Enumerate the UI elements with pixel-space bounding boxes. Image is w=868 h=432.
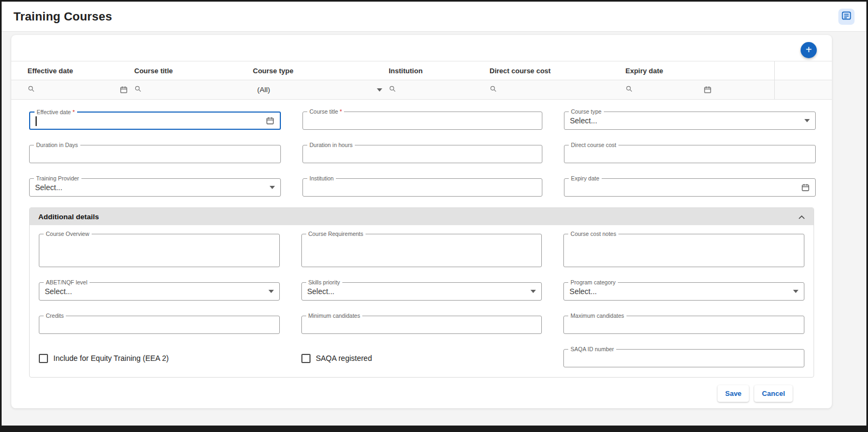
course-overview-field[interactable]: Course Overview <box>39 234 280 267</box>
column-header-effective-date[interactable]: Effective date <box>27 61 134 80</box>
chevron-up-icon[interactable] <box>798 212 805 221</box>
calendar-icon[interactable] <box>796 179 815 196</box>
calendar-icon[interactable] <box>260 113 280 129</box>
filter-cell-effective-date[interactable] <box>27 80 134 99</box>
additional-details-body: Course Overview Course Requirements Cour… <box>30 225 814 377</box>
text-caret <box>36 116 37 126</box>
credits-label: Credits <box>46 312 64 319</box>
course-type-value: Select... <box>564 116 799 125</box>
course-requirements-label: Course Requirements <box>308 231 363 237</box>
additional-details-section: Additional details Course Overview Cours… <box>29 207 814 378</box>
search-icon <box>490 85 497 95</box>
cancel-button[interactable]: Cancel <box>754 385 793 402</box>
grid-filter-row: (All) <box>11 80 832 100</box>
app-window: Training Courses + Effective date Course… <box>0 0 868 432</box>
calendar-icon[interactable] <box>704 86 712 94</box>
training-courses-card: + Effective date Course title Course typ… <box>11 35 832 408</box>
filter-cell-direct-course-cost[interactable] <box>490 80 625 99</box>
course-title-label: Course title <box>309 108 338 115</box>
column-header-course-type[interactable]: Course type <box>253 61 389 80</box>
skills-priority-field[interactable]: Skills priority Select... <box>301 282 542 301</box>
course-requirements-field[interactable]: Course Requirements <box>301 234 542 267</box>
calendar-icon[interactable] <box>120 86 128 94</box>
course-overview-textarea[interactable] <box>39 234 279 267</box>
course-cost-notes-textarea[interactable] <box>564 234 804 267</box>
course-requirements-textarea[interactable] <box>302 234 542 267</box>
institution-input[interactable] <box>303 179 542 196</box>
column-header-expiry-date[interactable]: Expiry date <box>625 61 775 80</box>
saqa-registered-label: SAQA registered <box>316 354 372 363</box>
maximum-candidates-label: Maximum candidates <box>570 312 624 319</box>
chevron-down-icon[interactable] <box>799 112 815 129</box>
add-course-button[interactable]: + <box>801 42 817 58</box>
column-header-direct-course-cost[interactable]: Direct course cost <box>490 61 625 80</box>
minimum-candidates-label: Minimum candidates <box>308 312 360 319</box>
chevron-down-icon[interactable] <box>525 283 541 300</box>
edit-form: Effective date* Course title* <box>11 100 832 408</box>
abet-nqf-level-field[interactable]: ABET/NQF level Select... <box>39 282 280 301</box>
abet-nqf-level-value: Select... <box>39 287 263 296</box>
column-header-course-title[interactable]: Course title <box>134 61 253 80</box>
minimum-candidates-field[interactable]: Minimum candidates <box>301 316 542 334</box>
filter-cell-expiry-date[interactable] <box>625 80 775 99</box>
column-header-institution[interactable]: Institution <box>389 61 490 80</box>
skills-priority-value: Select... <box>302 287 526 296</box>
institution-field[interactable]: Institution <box>302 178 542 197</box>
saqa-registered-checkbox-item[interactable]: SAQA registered <box>301 354 542 363</box>
search-icon <box>389 85 396 95</box>
course-type-label: Course type <box>571 108 602 115</box>
additional-details-title: Additional details <box>38 213 99 221</box>
duration-hours-label: Duration in hours <box>309 142 353 148</box>
effective-date-field[interactable]: Effective date* <box>29 112 281 130</box>
save-button[interactable]: Save <box>718 385 749 402</box>
credits-field[interactable]: Credits <box>39 316 280 334</box>
filter-cell-commands <box>775 80 832 99</box>
training-provider-value: Select... <box>30 183 264 192</box>
expiry-date-label: Expiry date <box>571 175 600 182</box>
search-icon <box>625 85 633 95</box>
training-provider-label: Training Provider <box>36 175 79 182</box>
column-header-commands <box>775 61 832 80</box>
effective-date-label: Effective date <box>37 109 71 115</box>
filter-cell-institution[interactable] <box>389 80 490 99</box>
saqa-id-number-field[interactable]: SAQA ID number <box>563 349 804 367</box>
saqa-id-number-label: SAQA ID number <box>570 346 614 352</box>
search-icon <box>27 85 35 95</box>
institution-label: Institution <box>309 175 334 182</box>
course-title-field[interactable]: Course title* <box>302 112 542 130</box>
equity-training-label: Include for Equity Training (EEA 2) <box>53 354 169 363</box>
grid-view-settings-button[interactable] <box>838 9 855 25</box>
duration-hours-field[interactable]: Duration in hours <box>302 145 542 163</box>
saqa-registered-checkbox[interactable] <box>301 354 311 363</box>
filter-cell-course-type[interactable]: (All) <box>253 80 389 99</box>
chevron-down-icon[interactable] <box>263 283 279 300</box>
filter-cell-course-title[interactable] <box>134 80 253 99</box>
form-actions: Save Cancel <box>29 378 814 408</box>
required-marker: * <box>72 109 74 115</box>
search-icon <box>134 85 142 95</box>
direct-course-cost-label: Direct course cost <box>571 142 616 148</box>
program-category-field[interactable]: Program category Select... <box>563 282 804 301</box>
credits-input[interactable] <box>39 316 279 333</box>
course-cost-notes-label: Course cost notes <box>570 231 616 237</box>
duration-days-field[interactable]: Duration in Days <box>29 145 281 163</box>
chevron-down-icon[interactable] <box>788 283 804 300</box>
additional-details-header[interactable]: Additional details <box>30 208 814 225</box>
grid-header-row: Effective date Course title Course type … <box>11 61 832 80</box>
grid-toolbar: + <box>11 41 832 61</box>
expiry-date-field[interactable]: Expiry date <box>564 178 816 197</box>
required-marker: * <box>340 108 342 115</box>
maximum-candidates-field[interactable]: Maximum candidates <box>563 316 804 334</box>
chevron-down-icon[interactable] <box>377 88 382 92</box>
equity-training-checkbox-item[interactable]: Include for Equity Training (EEA 2) <box>39 354 280 363</box>
equity-training-checkbox[interactable] <box>39 354 48 363</box>
duration-days-label: Duration in Days <box>36 142 78 148</box>
skills-priority-label: Skills priority <box>308 279 340 285</box>
chevron-down-icon[interactable] <box>264 179 280 196</box>
page-title: Training Courses <box>13 10 112 24</box>
direct-course-cost-field[interactable]: Direct course cost <box>564 145 816 163</box>
course-cost-notes-field[interactable]: Course cost notes <box>563 234 804 267</box>
course-type-field[interactable]: Course type Select... <box>564 112 816 130</box>
course-overview-label: Course Overview <box>46 231 89 237</box>
training-provider-field[interactable]: Training Provider Select... <box>29 178 281 197</box>
